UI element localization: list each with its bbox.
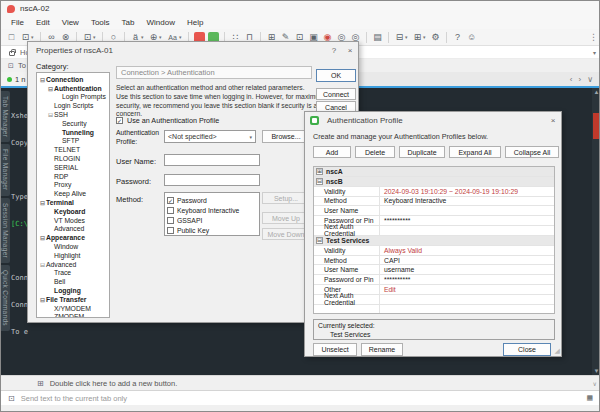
side-tab-session-manager[interactable]: Session Manager (1, 198, 10, 263)
tree-item[interactable]: SFTP (62, 137, 79, 144)
tree-item[interactable]: Advanced (46, 261, 76, 268)
side-tab-quick-commands[interactable]: Quick Commands (1, 265, 10, 331)
profile-property-row[interactable]: ValidityAlways Valid (314, 246, 554, 256)
expander-icon[interactable]: ⊟ (39, 76, 46, 83)
tree-item[interactable]: Logging (54, 287, 81, 294)
dropdown-caret-icon[interactable]: ▾ (93, 34, 98, 40)
tree-item[interactable]: SSH (54, 111, 68, 118)
profile-property-row[interactable]: User Nameusername (314, 265, 554, 275)
profile-group-row[interactable]: ⊟nscB (314, 177, 554, 187)
menu-item-tools[interactable]: Tools (85, 18, 116, 27)
setup-button[interactable]: Setup... (262, 192, 310, 204)
next-tab-icon[interactable]: › (578, 75, 581, 84)
use-profile-checkbox[interactable]: ✓ Use an Authentication Profile (116, 116, 219, 125)
method-item-keyboard-interactive[interactable]: Keyboard Interactive (167, 205, 259, 215)
profile-property-row[interactable]: Next Auth Credential (314, 226, 554, 236)
dropdown-caret-icon[interactable]: ▾ (405, 34, 410, 40)
method-item-password[interactable]: ✓ Password (167, 195, 259, 205)
add-button[interactable]: Add (313, 146, 351, 158)
tree-item[interactable]: Window (54, 243, 78, 250)
password-field[interactable] (164, 174, 260, 186)
quick-button-bar[interactable]: ⊞ Double click here to add a new button.… (1, 375, 600, 390)
expander-minus-icon[interactable]: ⊟ (316, 237, 323, 244)
profile-property-row[interactable]: MethodKeyboard Interactive (314, 197, 554, 207)
tree-item[interactable]: X/YMODEM (54, 305, 91, 312)
dropdown-caret-icon[interactable]: ▾ (159, 34, 164, 40)
auth-profile-titlebar[interactable]: Authentication Profile × (305, 112, 561, 128)
properties-dialog-titlebar[interactable]: Properties of nscA-01 ? × (28, 42, 358, 58)
ok-button[interactable]: OK (316, 69, 356, 82)
resize-grip-icon[interactable]: ◢ (555, 347, 560, 355)
checkbox-unchecked-icon[interactable] (167, 227, 174, 234)
expander-icon[interactable]: ⊟ (39, 234, 46, 241)
tree-item[interactable]: RDP (54, 173, 68, 180)
profile-property-row[interactable]: MethodCAPI (314, 256, 554, 266)
expander-icon[interactable]: ⊟ (39, 296, 46, 303)
profile-group-row[interactable]: ⊟Test Services (314, 236, 554, 246)
expander-minus-icon[interactable]: ⊟ (316, 178, 323, 185)
dialog-close-icon[interactable]: × (545, 116, 561, 125)
expander-icon[interactable]: ⊟ (39, 199, 46, 206)
keyboard-icon[interactable]: ▦ (586, 394, 593, 402)
profile-property-row[interactable]: Validity2024-09-03 19:10:29 ~ 2024-09-19… (314, 187, 554, 197)
button-bar-icon[interactable]: ▤ (371, 30, 384, 45)
tree-item[interactable]: File Transfer (46, 296, 86, 303)
tree-item[interactable]: Bell (54, 278, 65, 285)
side-tab-file-manager[interactable]: File Manager (1, 144, 10, 196)
move-down-button[interactable]: Move Down (262, 228, 310, 240)
menu-item-help[interactable]: Help (181, 18, 209, 27)
collapse-all-button[interactable]: Collapse All (505, 146, 559, 158)
dialog-close-icon[interactable]: × (342, 46, 358, 55)
settings-icon[interactable]: ⚙ (429, 30, 442, 45)
tree-item[interactable]: Connection (46, 76, 83, 83)
dropdown-caret-icon[interactable]: ▾ (31, 34, 36, 40)
expander-icon[interactable]: ⊟ (39, 261, 46, 268)
tree-item[interactable]: Highlight (54, 252, 80, 259)
tree-item[interactable]: Keep Alive (54, 190, 86, 197)
tree-item[interactable]: Tunneling (62, 129, 94, 136)
menu-item-file[interactable]: File (5, 18, 30, 27)
checkbox-checked-icon[interactable]: ✓ (167, 197, 174, 204)
menu-item-view[interactable]: View (56, 18, 85, 27)
checkbox-unchecked-icon[interactable] (167, 207, 174, 214)
side-tab-tab-manager[interactable]: Tab Manager (1, 91, 10, 142)
close-button[interactable]: Close (503, 343, 551, 356)
scroll-up-icon[interactable]: ▲ (594, 88, 600, 96)
expand-all-button[interactable]: Expand All (449, 146, 501, 158)
address-dropdown-icon[interactable]: ▾ (593, 49, 596, 56)
tree-item[interactable]: SERIAL (54, 164, 78, 171)
profile-property-row[interactable]: Password or Pin********** (314, 275, 554, 285)
more-icon[interactable]: ⋮ (589, 32, 598, 42)
profile-select[interactable]: <Not specified> ▾ (164, 130, 256, 143)
scroll-down-icon[interactable]: ▼ (594, 367, 600, 375)
rename-button[interactable]: Rename (361, 343, 403, 356)
collapse-bar-icon[interactable]: ∨ (593, 380, 597, 387)
dialog-help-icon[interactable]: ? (326, 46, 342, 55)
tree-item[interactable]: RLOGIN (54, 155, 80, 162)
tree-item[interactable]: Login Prompts (62, 93, 106, 100)
tree-item[interactable]: Terminal (46, 199, 74, 206)
method-item-public-key[interactable]: Public Key (167, 225, 259, 235)
checkbox-unchecked-icon[interactable] (167, 217, 174, 224)
expander-icon[interactable]: ⊟ (47, 111, 54, 118)
tab-list-icon[interactable]: ∨ (587, 75, 593, 84)
dropdown-caret-icon[interactable]: ▾ (423, 34, 428, 40)
tree-item[interactable]: Login Scripts (54, 102, 93, 109)
menu-item-window[interactable]: Window (140, 18, 180, 27)
expander-plus-icon[interactable]: ⊞ (316, 168, 323, 175)
prev-tab-icon[interactable]: ‹ (570, 75, 573, 84)
send-text-bar[interactable]: ⊡ Send text to the current tab only ▦ (1, 390, 600, 405)
move-up-button[interactable]: Move Up (262, 212, 310, 224)
duplicate-button[interactable]: Duplicate (399, 146, 445, 158)
connect-button[interactable]: Connect (316, 88, 356, 100)
method-item-gssapi[interactable]: GSSAPI (167, 215, 259, 225)
menu-item-edit[interactable]: Edit (30, 18, 56, 27)
expander-icon[interactable]: ⊟ (47, 85, 54, 92)
help-icon[interactable]: ? (451, 30, 464, 45)
browse-button[interactable]: Browse... (262, 130, 310, 143)
profile-property-row[interactable]: User Name (314, 206, 554, 216)
tree-item[interactable]: TELNET (54, 146, 80, 153)
feedback-icon[interactable]: ☺ (465, 30, 478, 45)
delete-button[interactable]: Delete (355, 146, 395, 158)
tree-item[interactable]: VT Modes (54, 217, 85, 224)
